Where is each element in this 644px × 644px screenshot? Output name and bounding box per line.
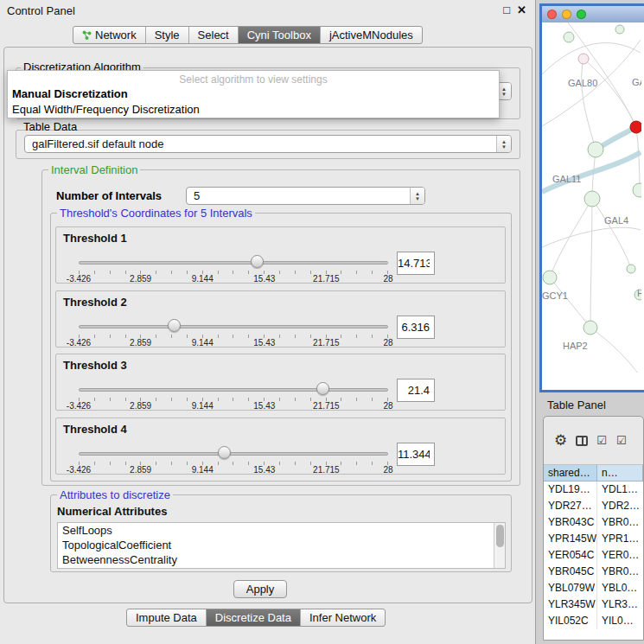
tab-cyni-toolbox[interactable]: Cyni Toolbox: [238, 27, 320, 43]
close-traffic-icon[interactable]: [547, 10, 557, 19]
cell-shared-name[interactable]: YLR345W: [544, 596, 597, 613]
top-tabstrip: Network Style Select Cyni Toolbox jActiv…: [73, 26, 423, 44]
threshold-3-value-field[interactable]: [397, 379, 435, 402]
threshold-3-label: Threshold 3: [63, 359, 127, 372]
tab-style[interactable]: Style: [145, 27, 188, 43]
float-window-icon[interactable]: □: [503, 3, 510, 16]
slider-scale: -3.426 2.859 9.144 15.43 21.715 28: [79, 338, 388, 348]
table-row[interactable]: YDR27… YDR2…: [544, 498, 643, 514]
cell-shared-name[interactable]: YBR045C: [544, 564, 597, 580]
threshold-1-slider[interactable]: [79, 255, 388, 271]
network-view-window[interactable]: GAL80 GAL11 GAL4 GCY1 HAP2 GA H: [539, 3, 644, 392]
number-of-intervals-combo[interactable]: 5 ▲ ▼: [186, 187, 425, 205]
table-row[interactable]: YBR045C YBR0…: [544, 564, 643, 580]
table-toolbar: ⚙ ☑ ☑: [544, 417, 643, 465]
select-column-checkbox-icon[interactable]: ☑: [616, 434, 628, 447]
table-panel-window: ⚙ ☑ ☑ shared… n… YDL19… YDL1… YDR27… YDR…: [543, 416, 644, 641]
dropdown-option-equal-width[interactable]: Equal Width/Frequency Discretization: [8, 101, 499, 117]
threshold-3-thumb[interactable]: [316, 382, 329, 395]
threshold-3-slider[interactable]: [79, 382, 388, 398]
tab-discretize-data[interactable]: Discretize Data: [206, 609, 300, 626]
cell-name[interactable]: YDR2…: [597, 498, 643, 514]
threshold-4-value-field[interactable]: [397, 443, 435, 466]
tab-network[interactable]: Network: [73, 27, 145, 43]
scale-tick-label: -3.426: [67, 465, 91, 475]
column-header-shared-name[interactable]: shared…: [544, 465, 597, 481]
gear-icon[interactable]: ⚙: [554, 431, 567, 450]
cell-name[interactable]: YBL0…: [597, 580, 643, 596]
dropdown-option-manual[interactable]: Manual Discretization: [8, 86, 499, 101]
cell-shared-name[interactable]: YIL052C: [544, 613, 597, 629]
threshold-1-value-field[interactable]: [397, 252, 435, 275]
tab-impute-label: Impute Data: [136, 611, 197, 624]
thresholds-group-title: Threshold's Coordinates for 5 Intervals: [57, 207, 255, 220]
cell-shared-name[interactable]: YER054C: [544, 547, 597, 564]
zoom-traffic-icon[interactable]: [577, 10, 586, 19]
network-canvas[interactable]: GAL80 GAL11 GAL4 GCY1 HAP2 GA H: [542, 22, 644, 373]
threshold-2-value-field[interactable]: [397, 316, 435, 339]
scale-tick-label: 15.43: [253, 274, 275, 284]
scale-tick-label: 15.43: [253, 338, 275, 348]
table-row[interactable]: YBR043C YBR0…: [544, 514, 643, 531]
threshold-2-panel: Threshold 2 -3.426 2.859 9.144 15.43 21.…: [55, 290, 506, 348]
column-header-name[interactable]: n…: [597, 465, 643, 481]
threshold-4-thumb[interactable]: [218, 446, 231, 459]
node-label: GCY1: [542, 290, 568, 301]
network-node[interactable]: [564, 32, 574, 42]
cell-name[interactable]: YER0…: [597, 547, 643, 564]
threshold-4-panel: Threshold 4 -3.426 2.859 9.144 15.43 21.…: [55, 418, 506, 475]
node-label: HAP2: [563, 341, 588, 351]
numerical-attributes-label: Numerical Attributes: [57, 505, 167, 518]
network-window-titlebar[interactable]: [542, 6, 644, 22]
cell-shared-name[interactable]: YBR043C: [544, 514, 597, 531]
list-scrollbar[interactable]: [494, 523, 505, 568]
cell-shared-name[interactable]: YDL19…: [544, 481, 597, 498]
table-row[interactable]: YDL19… YDL1…: [544, 481, 643, 498]
network-node[interactable]: [543, 271, 557, 284]
tab-select[interactable]: Select: [188, 27, 238, 43]
scrollbar-thumb[interactable]: [496, 525, 504, 547]
network-node[interactable]: [633, 183, 641, 197]
tab-infer-network[interactable]: Infer Network: [300, 609, 385, 626]
list-item[interactable]: TopologicalCoefficient: [58, 538, 505, 552]
table-row[interactable]: YPR145W YPR1…: [544, 531, 643, 547]
table-row[interactable]: YLR345W YLR3…: [544, 596, 643, 613]
threshold-1-panel: Threshold 1 -3.426 2.859 9.144 15.43 21.…: [55, 226, 506, 284]
close-icon[interactable]: ✕: [517, 3, 526, 16]
control-panel: Control Panel □ ✕ Network Style Select C…: [0, 0, 536, 644]
scale-tick-label: 9.144: [192, 274, 214, 284]
minimize-traffic-icon[interactable]: [562, 10, 571, 19]
cell-shared-name[interactable]: YDR27…: [544, 498, 597, 514]
table-row[interactable]: YIL052C YIL0…: [544, 613, 643, 629]
dropdown-prompt: Select algorithm to view settings: [8, 71, 499, 86]
select-all-checkbox-icon[interactable]: ☑: [596, 434, 608, 447]
columns-icon[interactable]: [576, 436, 588, 446]
cell-shared-name[interactable]: YBL079W: [544, 580, 597, 596]
table-data-combo[interactable]: galFiltered.sif default node ▲ ▼: [24, 135, 512, 153]
cell-name[interactable]: YBR0…: [597, 514, 643, 531]
threshold-2-slider[interactable]: [79, 319, 388, 335]
network-node[interactable]: [583, 321, 597, 335]
cell-name[interactable]: YPR1…: [597, 531, 643, 547]
threshold-4-slider[interactable]: [79, 446, 388, 462]
table-row[interactable]: YER054C YER0…: [544, 547, 643, 564]
network-node[interactable]: [615, 25, 624, 34]
cell-name[interactable]: YIL0…: [597, 613, 643, 629]
table-row[interactable]: YBL079W YBL0…: [544, 580, 643, 596]
network-node[interactable]: [588, 142, 603, 157]
selected-network-node[interactable]: [630, 121, 641, 133]
apply-button[interactable]: Apply: [233, 580, 287, 598]
tab-impute-data[interactable]: Impute Data: [127, 609, 206, 626]
network-node[interactable]: [578, 54, 589, 64]
cell-name[interactable]: YDL1…: [597, 481, 643, 498]
cell-name[interactable]: YBR0…: [597, 564, 643, 580]
cell-shared-name[interactable]: YPR145W: [544, 531, 597, 547]
list-item[interactable]: SelfLoops: [58, 523, 505, 538]
network-node[interactable]: [584, 191, 600, 207]
threshold-2-thumb[interactable]: [168, 319, 181, 332]
network-node[interactable]: [627, 265, 635, 273]
threshold-1-thumb[interactable]: [251, 255, 264, 268]
cell-name[interactable]: YLR3…: [597, 596, 643, 613]
list-item[interactable]: BetweennessCentrality: [58, 552, 505, 567]
tab-jactivemodules[interactable]: jActiveMNodules: [320, 27, 422, 43]
